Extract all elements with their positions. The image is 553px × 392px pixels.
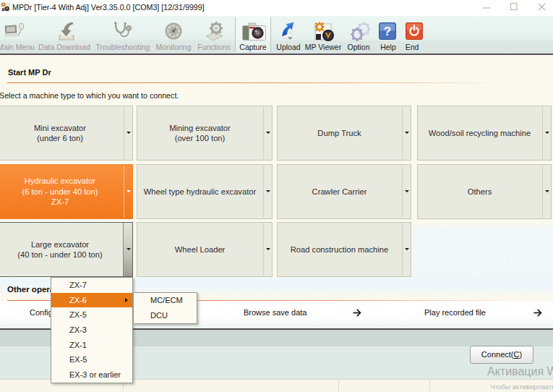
svg-text:?: ? — [384, 25, 391, 38]
